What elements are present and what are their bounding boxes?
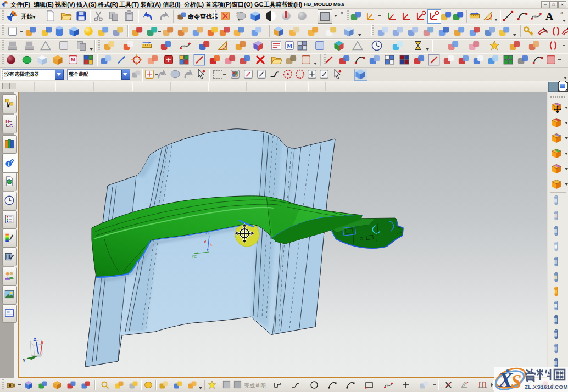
svg-text:S: S bbox=[511, 371, 521, 392]
svg-text:Z: Z bbox=[34, 337, 36, 342]
svg-text:C: C bbox=[9, 123, 13, 128]
svg-text:ZL.XS1616.COM: ZL.XS1616.COM bbox=[525, 384, 568, 390]
svg-text:A: A bbox=[545, 10, 553, 22]
svg-text:H: H bbox=[5, 119, 9, 124]
svg-text:ZC: ZC bbox=[205, 231, 210, 235]
svg-text:YC: YC bbox=[192, 255, 197, 259]
svg-text:i: i bbox=[8, 161, 9, 167]
svg-text:Y: Y bbox=[23, 358, 26, 363]
svg-text:X: X bbox=[41, 340, 44, 345]
